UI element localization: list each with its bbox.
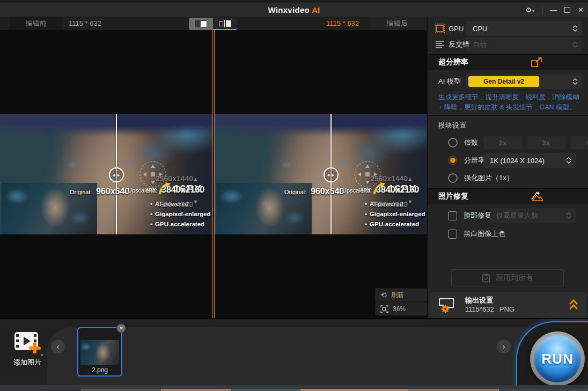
super-resolution-header: 超分辨率 <box>428 54 588 70</box>
deinterlace-select: 自动 <box>466 37 582 52</box>
ai-model-badge: Gen Detail v2 <box>468 76 539 87</box>
maximize-icon[interactable] <box>564 7 570 13</box>
bw-colorize-checkbox[interactable] <box>448 230 457 239</box>
photo-enhance-icon <box>531 191 543 202</box>
upscale-next-value: 7680x4320 <box>156 200 193 209</box>
resolution-label: 分辨率 <box>464 156 485 165</box>
bw-colorize-label: 黑白图像上色 <box>464 229 505 239</box>
upscale-next-value: 7680x4320 <box>370 200 408 209</box>
settings-gear-icon[interactable]: ⚙▾ <box>525 6 534 13</box>
app-title-accent: AI <box>312 5 320 14</box>
title-bar: Winxvideo AI ⚙▾ — ✕ <box>0 3 588 17</box>
output-size: 1115*632 <box>465 305 494 313</box>
enhance-label: 强化图片（1x） <box>464 173 513 183</box>
gpu-label: GPU <box>449 25 464 33</box>
tab-after[interactable]: 编辑后 <box>370 17 424 30</box>
thumbnail-card[interactable]: ✕ 2.png <box>77 327 122 377</box>
upscale-prev-value: 2560x1440 <box>156 174 193 183</box>
thumbnails-next-button[interactable]: › <box>497 340 511 353</box>
enhance-radio[interactable] <box>448 173 458 183</box>
original-size-callout: Original: 960x540 <box>284 187 344 196</box>
settings-panel: GPU CPU 反交错 自动 超分辨率 AI 模型 <box>427 17 588 320</box>
tab-before[interactable]: 编辑前 <box>10 17 62 30</box>
upscale-down-icon: ▼ <box>408 199 413 204</box>
compare-slider-handle[interactable]: ◂ ▸ <box>109 167 124 182</box>
thumbnails-prev-button[interactable]: ‹ <box>51 340 65 353</box>
minimize-icon[interactable]: — <box>550 6 557 13</box>
app-title-text: Winxvideo <box>268 5 310 14</box>
super-resolution-title: 超分辨率 <box>438 57 468 67</box>
run-button-face: RUN <box>534 335 581 382</box>
resolution-radio[interactable] <box>448 156 458 165</box>
scale-2x-button[interactable]: 2x <box>483 136 522 149</box>
scale-4x-button[interactable]: 4x <box>570 136 588 149</box>
chevron-updown-icon <box>572 78 578 85</box>
upscale-down-icon: ▼ <box>193 199 198 204</box>
app-title: Winxvideo AI <box>0 5 588 14</box>
apply-to-all-label: 应用到所有 <box>496 273 533 283</box>
dual-view-icon <box>219 20 231 27</box>
preview-pane-before: ◂ ▸ 1PX 16PX AI-powered Gigapixel- <box>0 30 212 318</box>
collapse-chevrons-icon[interactable] <box>568 299 579 311</box>
compare-tab-bar: 编辑前 1115 * 632 1115 * 632 编辑后 <box>0 17 427 30</box>
clipboard-icon <box>482 273 490 283</box>
scale-radio[interactable] <box>448 138 458 147</box>
ai-model-description: 生成更多细节，提升清晰度、锐利度，消除模糊 + 降噪，更好的皮肤 & 头发细节，… <box>438 92 582 113</box>
background-desktop-strip-bottom <box>0 389 588 391</box>
gpu-select[interactable]: CPU <box>466 21 582 36</box>
original-label: Original: <box>70 189 92 196</box>
upscale-label: Upscale to: <box>342 187 372 195</box>
ai-model-select[interactable]: Gen Detail v2 <box>466 74 582 89</box>
apply-to-all-button[interactable]: 应用到所有 <box>451 269 564 286</box>
resolution-value: 1K (1024 X 1024) <box>490 157 545 165</box>
upscale-up-icon: ▲ <box>408 176 413 182</box>
before-size-label: 1115 * 632 <box>69 17 101 30</box>
chevron-updown-icon <box>566 212 571 219</box>
bullet-gigapixel: Gigapixel-enlarged <box>150 209 211 219</box>
chevron-updown-icon <box>572 41 578 48</box>
run-button[interactable]: RUN <box>530 331 585 386</box>
deinterlace-value: 自动 <box>473 40 487 49</box>
controls-divider <box>542 6 542 13</box>
output-settings-value: 1115*632PNG <box>465 305 514 313</box>
chevron-updown-icon <box>566 157 571 164</box>
resolution-select[interactable]: 1K (1024 X 1024) <box>483 153 576 168</box>
bullet-gpu: GPU-accelerated <box>150 219 211 230</box>
refresh-button[interactable]: ⟲ 刷新 <box>376 289 427 301</box>
scale-3x-button[interactable]: 3x <box>527 136 565 149</box>
preview-area: ◂ ▸ 1PX 16PX AI-powered Gigapixel- <box>0 30 427 318</box>
preview-image: ◂ ▸ 1PX 16PX AI-powered Gigapixel- <box>215 114 427 234</box>
module-settings-label: 模块设置 <box>438 121 466 130</box>
compare-slider-handle[interactable]: ◂ ▸ <box>324 167 339 182</box>
section-divider <box>428 115 588 116</box>
preview-tools: ⟲ 刷新 36% <box>376 289 427 315</box>
pane-divider <box>212 30 215 318</box>
zoom-level-button[interactable]: 36% <box>376 303 427 315</box>
face-repair-checkbox[interactable] <box>448 211 457 220</box>
single-view-button[interactable] <box>189 18 213 30</box>
output-settings-card[interactable]: 输出设置 1115*632PNG <box>430 292 586 318</box>
dual-view-button[interactable] <box>213 18 237 30</box>
refresh-label: 刷新 <box>391 291 404 300</box>
chevron-updown-icon <box>572 25 578 32</box>
upscale-label: Upscale to: <box>128 187 157 195</box>
thumbnail-filename: 2.png <box>78 366 121 374</box>
upscale-value: 3840x2160 <box>161 185 204 195</box>
close-icon[interactable]: ✕ <box>578 6 584 13</box>
add-image-caret-icon[interactable]: ▾ <box>41 352 43 358</box>
zoom-value: 36% <box>393 305 406 313</box>
upscale-up-icon: ▲ <box>193 176 198 182</box>
zoom-icon <box>380 305 388 313</box>
add-image-label: 添加图片 <box>9 358 46 367</box>
expand-resize-icon[interactable] <box>531 57 542 68</box>
bottom-frame-strip <box>0 385 588 389</box>
face-quality-value: 仅高质量人脸 <box>496 211 538 220</box>
original-size-callout: Original: 960x540 <box>70 187 129 196</box>
face-quality-select: 仅高质量人脸 <box>490 208 576 223</box>
thumbnail-close-icon[interactable]: ✕ <box>116 323 126 333</box>
add-image-button[interactable]: ▾ 添加图片 <box>9 331 46 367</box>
settings-caret-icon: ▾ <box>532 9 534 13</box>
original-value: 960x540 <box>311 187 344 196</box>
face-repair-label: 脸部修复 <box>464 211 491 220</box>
ai-model-label: AI 模型 <box>438 77 461 86</box>
